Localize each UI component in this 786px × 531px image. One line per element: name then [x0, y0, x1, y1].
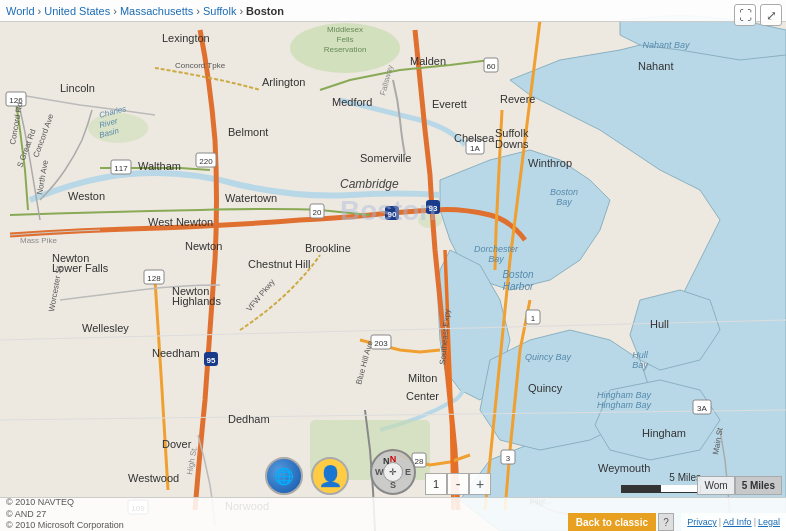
breadcrumb-ma[interactable]: Massachusetts	[120, 5, 193, 17]
svg-text:95: 95	[207, 356, 216, 365]
svg-text:Hingham: Hingham	[642, 427, 686, 439]
svg-text:Nahant Bay: Nahant Bay	[642, 40, 690, 50]
svg-text:Wellesley: Wellesley	[82, 322, 129, 334]
svg-text:Newton: Newton	[185, 240, 222, 252]
svg-text:220: 220	[199, 157, 213, 166]
globe-view-button[interactable]: 🌐	[265, 457, 303, 495]
compass-east: E	[405, 467, 411, 477]
breadcrumb-sep-3: ›	[196, 5, 200, 17]
resize-button[interactable]: ⤢	[760, 4, 782, 26]
svg-text:1A: 1A	[470, 144, 480, 153]
ad-info-link[interactable]: Ad Info	[723, 517, 752, 527]
fullscreen-icon: ⛶	[739, 8, 752, 23]
svg-text:Arlington: Arlington	[262, 76, 305, 88]
svg-text:117: 117	[114, 164, 128, 173]
view-btn-5miles[interactable]: 5 Miles	[735, 476, 782, 495]
svg-text:Nahant: Nahant	[638, 60, 673, 72]
svg-text:Concord Tpke: Concord Tpke	[175, 61, 226, 70]
svg-text:Chelsea: Chelsea	[454, 132, 495, 144]
svg-text:20: 20	[313, 208, 322, 217]
svg-text:Mass Pike: Mass Pike	[20, 236, 57, 245]
help-button[interactable]: ?	[658, 513, 674, 531]
scale-label: 5 Miles	[669, 472, 701, 483]
person-view-button[interactable]: 👤	[311, 457, 349, 495]
bottom-links: Privacy | Ad Info | Legal	[681, 513, 786, 531]
svg-text:60: 60	[487, 62, 496, 71]
svg-text:Lincoln: Lincoln	[60, 82, 95, 94]
svg-text:Brookline: Brookline	[305, 242, 351, 254]
svg-text:Watertown: Watertown	[225, 192, 277, 204]
svg-text:Medford: Medford	[332, 96, 372, 108]
svg-text:Harbor: Harbor	[503, 281, 534, 292]
svg-text:Needham: Needham	[152, 347, 200, 359]
scale-bar: 5 Miles	[621, 472, 701, 493]
zoom-controls: 1 - +	[425, 473, 491, 495]
back-to-classic-label: Back to classic	[576, 517, 648, 528]
svg-text:Boston: Boston	[502, 269, 534, 280]
copyright-microsoft: © 2010 Microsoft Corporation	[6, 520, 124, 531]
svg-text:Malden: Malden	[410, 55, 446, 67]
compass-west: W	[375, 467, 384, 477]
breadcrumb-boston: Boston	[246, 5, 284, 17]
svg-text:Everett: Everett	[432, 98, 467, 110]
svg-text:Hingham Bay: Hingham Bay	[597, 400, 652, 410]
breadcrumb-us[interactable]: United States	[44, 5, 110, 17]
map-container[interactable]: 93 90 95 1A 1 3 3A 60 203 28 128 126	[0, 0, 786, 531]
svg-text:Quincy: Quincy	[528, 382, 563, 394]
breadcrumb-suffolk[interactable]: Suffolk	[203, 5, 236, 17]
compass-ring[interactable]: N S E W ✛	[370, 449, 416, 495]
help-icon: ?	[663, 517, 669, 528]
svg-text:Middlesex: Middlesex	[327, 25, 363, 34]
svg-text:Reservation: Reservation	[324, 45, 367, 54]
scale-line-graphic	[621, 485, 701, 493]
breadcrumb-world[interactable]: World	[6, 5, 35, 17]
svg-text:Boston: Boston	[550, 187, 578, 197]
north-indicator: N	[383, 456, 390, 466]
view-btn-wom[interactable]: Wom	[697, 476, 734, 495]
svg-text:Westwood: Westwood	[128, 472, 179, 484]
svg-text:Highlands: Highlands	[172, 295, 221, 307]
zoom-out-button[interactable]: -	[447, 473, 469, 495]
privacy-link[interactable]: Privacy	[687, 517, 717, 527]
breadcrumb-sep-2: ›	[113, 5, 117, 17]
compass-north: N	[390, 454, 397, 464]
nav-controls: 🌐 👤	[265, 457, 349, 495]
svg-text:Hull: Hull	[650, 318, 669, 330]
link-sep-1: |	[719, 517, 721, 527]
svg-text:Chestnut Hill: Chestnut Hill	[248, 258, 310, 270]
breadcrumb-sep-4: ›	[239, 5, 243, 17]
svg-text:3A: 3A	[697, 404, 707, 413]
svg-text:Boston: Boston	[340, 195, 436, 226]
back-to-classic-button[interactable]: Back to classic	[568, 513, 656, 531]
svg-text:Waltham: Waltham	[138, 160, 181, 172]
svg-text:Hingham Bay: Hingham Bay	[597, 390, 652, 400]
svg-text:Lexington: Lexington	[162, 32, 210, 44]
svg-text:Winthrop: Winthrop	[528, 157, 572, 169]
svg-text:Bay: Bay	[556, 197, 572, 207]
fullscreen-button[interactable]: ⛶	[734, 4, 756, 26]
svg-text:Belmont: Belmont	[228, 126, 268, 138]
svg-text:Bay: Bay	[632, 360, 648, 370]
svg-text:Revere: Revere	[500, 93, 535, 105]
zoom-in-button[interactable]: +	[469, 473, 491, 495]
legal-link[interactable]: Legal	[758, 517, 780, 527]
link-sep-2: |	[754, 517, 756, 527]
svg-text:128: 128	[147, 274, 161, 283]
svg-text:Somerville: Somerville	[360, 152, 411, 164]
resize-icon: ⤢	[766, 8, 777, 23]
svg-text:Bay: Bay	[488, 254, 504, 264]
globe-icon: 🌐	[274, 467, 294, 486]
view-toggle: Wom 5 Miles	[697, 476, 782, 495]
north-label: N	[383, 456, 390, 466]
compass-control[interactable]: N S E W ✛	[370, 449, 416, 495]
compass-center-icon: ✛	[389, 467, 397, 477]
svg-text:West Newton: West Newton	[148, 216, 213, 228]
svg-text:203: 203	[374, 339, 388, 348]
svg-text:Milton: Milton	[408, 372, 437, 384]
svg-text:3: 3	[506, 454, 511, 463]
breadcrumb-sep-1: ›	[38, 5, 42, 17]
svg-text:Hull: Hull	[632, 350, 649, 360]
svg-text:Dedham: Dedham	[228, 413, 270, 425]
svg-text:Downs: Downs	[495, 138, 529, 150]
zoom-level: 1	[425, 473, 447, 495]
